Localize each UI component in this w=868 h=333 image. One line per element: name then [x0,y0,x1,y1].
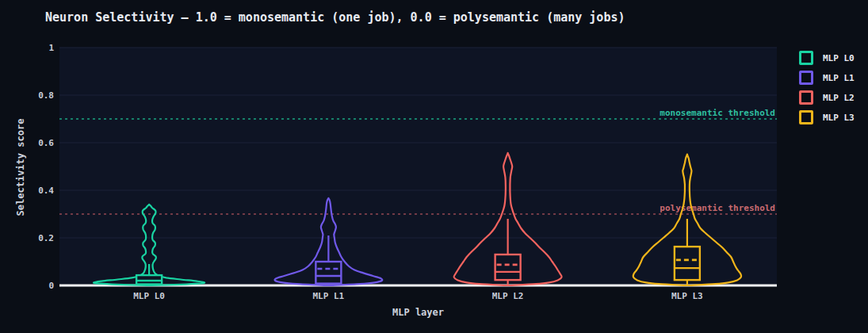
legend-swatch-icon [799,71,813,85]
threshold-label-monosemantic: monosemantic threshold [660,108,775,118]
box-mlp-l1[interactable] [315,262,341,284]
y-tick-label: 0.6 [38,138,54,148]
legend-label: MLP L1 [823,73,855,83]
legend-item-mlp-l3[interactable]: MLP L3 [799,110,855,124]
legend-item-mlp-l1[interactable]: MLP L1 [799,71,855,85]
legend-item-mlp-l2[interactable]: MLP L2 [799,90,855,105]
x-tick-label-mlp-l3: MLP L3 [671,291,703,301]
box-mlp-l3[interactable] [675,247,700,280]
threshold-label-polysemantic: polysemantic threshold [660,203,775,213]
legend-swatch-icon [799,51,813,65]
chart-root: Neuron Selectivity — 1.0 = monosemantic … [0,0,868,333]
x-axis-title: MLP layer [59,307,777,318]
x-tick-label-mlp-l2: MLP L2 [492,291,524,301]
y-tick-label: 0.4 [38,186,54,196]
legend-item-mlp-l0[interactable]: MLP L0 [799,51,855,65]
x-tick-label-mlp-l1: MLP L1 [313,291,345,301]
y-tick-label: 0.8 [38,90,54,101]
legend-label: MLP L2 [823,93,855,103]
legend-swatch-icon [799,90,813,105]
x-tick-label-mlp-l0: MLP L0 [133,291,165,301]
legend-label: MLP L0 [823,53,855,63]
legend-swatch-icon [799,110,813,124]
plot-canvas: monosemantic thresholdpolysemantic thres… [0,0,868,333]
y-tick-label: 0.2 [38,233,54,243]
plot-area [59,48,777,287]
box-mlp-l2[interactable] [495,255,521,280]
y-tick-label: 0 [48,281,54,291]
y-tick-label: 1 [48,43,54,53]
legend: MLP L0MLP L1MLP L2MLP L3 [799,51,855,130]
legend-label: MLP L3 [823,113,855,123]
